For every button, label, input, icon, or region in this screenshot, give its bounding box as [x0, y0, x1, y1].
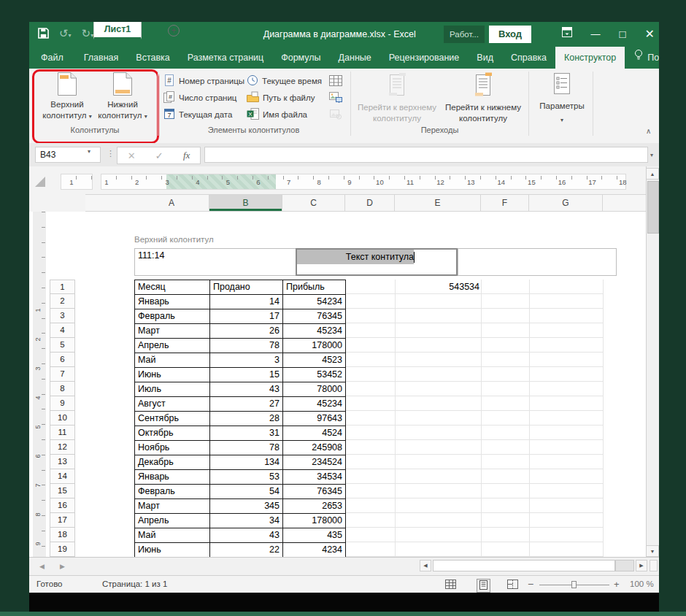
tab-split-handle[interactable]	[650, 560, 658, 571]
table-cell[interactable]: Май	[135, 353, 210, 368]
tab-справка[interactable]: Справка	[502, 47, 555, 69]
tab-разметка страниц[interactable]: Разметка страниц	[179, 47, 272, 69]
table-cell[interactable]: 17	[210, 309, 283, 324]
tab-вид[interactable]: Вид	[468, 47, 502, 69]
row-header-3[interactable]: 3	[50, 309, 75, 323]
page-header-right-section[interactable]	[458, 248, 617, 276]
sheet-name-icon[interactable]	[328, 73, 343, 88]
column-header-C[interactable]: C	[282, 195, 345, 211]
table-cell[interactable]: 54	[210, 485, 283, 499]
row-header-14[interactable]: 14	[50, 469, 75, 484]
button-file-path[interactable]: Путь к файлу	[247, 91, 315, 105]
row-header-12[interactable]: 12	[50, 440, 75, 455]
table-cell[interactable]: 54234	[283, 295, 346, 309]
tab-главная[interactable]: Главная	[75, 47, 128, 69]
table-cell[interactable]: Март	[135, 324, 210, 339]
table-cell[interactable]: Июнь	[135, 543, 210, 557]
row-header-1[interactable]: 1	[50, 280, 75, 294]
page-layout-view-icon[interactable]	[477, 579, 490, 593]
table-cell[interactable]: 45234	[283, 324, 346, 339]
next-sheet-icon[interactable]: ▶	[60, 563, 65, 570]
table-cell[interactable]: 245908	[283, 441, 346, 455]
page-header-left-section[interactable]: 111:14	[134, 248, 296, 276]
table-cell[interactable]: Апрель	[135, 339, 210, 353]
zoom-slider-thumb[interactable]	[571, 581, 577, 588]
table-cell[interactable]: 76345	[283, 485, 346, 499]
button-file-name[interactable]: XИмя файла	[247, 107, 307, 122]
zoom-out-icon[interactable]: −	[528, 578, 533, 590]
formula-bar-splitter[interactable]: ⋮	[107, 149, 115, 158]
zoom-in-icon[interactable]: +	[614, 579, 620, 590]
picture-icon[interactable]	[328, 90, 343, 104]
collapse-ribbon-icon[interactable]: ∧	[646, 127, 651, 135]
column-header-D[interactable]: D	[345, 195, 395, 211]
undo-icon[interactable]: ↺▾	[59, 28, 72, 42]
hscroll-right-icon[interactable]: ▶	[636, 560, 647, 571]
table-cell[interactable]: 435	[283, 528, 346, 543]
formula-input[interactable]	[204, 147, 648, 163]
table-cell[interactable]: 234524	[283, 455, 346, 470]
table-cell[interactable]: 4524	[283, 426, 346, 441]
button-page-number[interactable]: #Номер страницы	[163, 74, 244, 88]
session-badge[interactable]: Работ...	[444, 26, 485, 43]
prev-sheet-icon[interactable]: ◀	[39, 563, 45, 570]
insert-function-icon[interactable]: fx	[183, 150, 190, 161]
table-cell[interactable]: 78	[210, 339, 283, 353]
table-cell[interactable]: 53	[210, 470, 283, 485]
table-cell[interactable]: Октябрь	[135, 426, 210, 441]
column-header-A[interactable]: A	[134, 195, 209, 211]
table-cell[interactable]: 134	[210, 455, 283, 470]
page-header-center-section[interactable]: Текст контитула	[296, 248, 458, 276]
row-header-13[interactable]: 13	[50, 455, 75, 469]
horizontal-scroll-track[interactable]	[615, 560, 634, 571]
table-cell[interactable]: 3	[210, 353, 283, 368]
table-cell[interactable]: Прибыль	[283, 280, 346, 295]
footer-button[interactable]: Нижний колонтитул ▾	[96, 71, 149, 125]
goto-footer-button[interactable]: Перейти к нижнему колонтитулу	[442, 71, 524, 125]
table-cell[interactable]: 34	[210, 514, 283, 528]
table-cell[interactable]: 31	[210, 426, 283, 441]
column-header-B[interactable]: B	[209, 195, 282, 211]
cancel-entry-icon[interactable]: ✕	[128, 150, 136, 161]
button-current-time[interactable]: Текущее время	[247, 74, 322, 88]
table-cell[interactable]: Январь	[135, 295, 210, 309]
tab-помощн[interactable]: Помощн	[625, 47, 659, 69]
table-cell[interactable]: 345	[210, 499, 283, 514]
sign-in-button[interactable]: Вход	[489, 26, 531, 43]
table-cell[interactable]: 14	[210, 295, 283, 309]
confirm-entry-icon[interactable]: ✓	[155, 150, 163, 161]
row-header-18[interactable]: 18	[50, 528, 75, 542]
table-cell[interactable]: Август	[135, 397, 210, 412]
page-break-view-icon[interactable]	[507, 579, 518, 591]
table-cell[interactable]: 34534	[283, 470, 346, 485]
row-header-6[interactable]: 6	[50, 353, 75, 367]
name-box[interactable]: B43	[35, 147, 101, 163]
name-box-dropdown-icon[interactable]: ▾	[88, 148, 90, 155]
row-header-15[interactable]: 15	[50, 484, 75, 498]
close-button[interactable]: ✕	[645, 22, 655, 47]
table-cell[interactable]: 178000	[283, 514, 346, 528]
button-page-count[interactable]: #Число страниц	[163, 91, 236, 105]
redo-icon[interactable]: ↻▾	[82, 28, 94, 42]
table-cell[interactable]: 26	[210, 324, 283, 339]
table-cell[interactable]: 15	[210, 368, 283, 382]
table-cell[interactable]: Продано	[210, 280, 283, 295]
tab-файл[interactable]: Файл	[29, 47, 75, 69]
maximize-button[interactable]: □	[620, 22, 626, 47]
column-header-G[interactable]: G	[529, 195, 603, 211]
table-cell[interactable]: 76345	[283, 309, 346, 324]
table-cell[interactable]: Март	[135, 499, 210, 514]
table-cell[interactable]: Июль	[135, 382, 210, 397]
add-sheet-button[interactable]: +	[168, 25, 180, 36]
row-header-8[interactable]: 8	[50, 382, 75, 396]
table-cell[interactable]: 28	[210, 412, 283, 426]
table-cell[interactable]: Февраль	[135, 309, 210, 324]
table-cell[interactable]: 2653	[283, 499, 346, 514]
table-cell[interactable]: 45234	[283, 397, 346, 412]
table-cell[interactable]: Февраль	[135, 485, 210, 499]
formula-bar-expand-icon[interactable]: ▾	[650, 152, 653, 158]
vertical-scroll-thumb[interactable]	[647, 181, 659, 234]
tab-вставка[interactable]: Вставка	[127, 47, 178, 69]
cell-e1[interactable]: 543534	[395, 280, 481, 294]
table-cell[interactable]: 78	[210, 441, 283, 455]
